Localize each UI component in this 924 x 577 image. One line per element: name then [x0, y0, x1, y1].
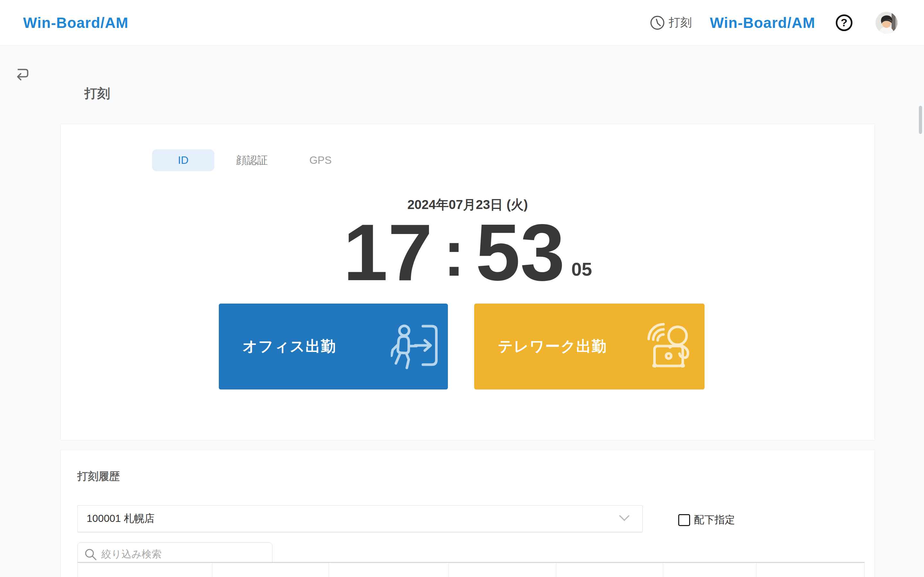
- subordinate-checkbox-row[interactable]: 配下指定: [678, 513, 735, 527]
- time-seconds: 05: [572, 260, 592, 293]
- help-button[interactable]: ?: [836, 15, 853, 31]
- page-title: 打刻: [84, 85, 110, 102]
- punch-method-tabs: ID 顔認証 GPS: [152, 149, 352, 171]
- time-hours: 17: [343, 213, 433, 293]
- header-right-nav: 打刻 Win-Board/AM ?: [650, 12, 897, 34]
- app-header: Win-Board/AM 打刻 Win-Board/AM ?: [0, 0, 924, 45]
- punch-clock-card: ID 顔認証 GPS 2024年07月23日 (火) 17 : 53 05 オフ…: [60, 124, 875, 440]
- tab-gps[interactable]: GPS: [289, 149, 352, 171]
- punch-history-card: 打刻履歴 100001 札幌店 配下指定: [60, 450, 875, 577]
- avatar-image: [876, 12, 897, 34]
- tab-id[interactable]: ID: [152, 149, 214, 171]
- filter-search-input[interactable]: [102, 548, 262, 560]
- current-time: 17 : 53 05: [61, 213, 875, 293]
- walk-into-door-icon: [391, 322, 439, 371]
- store-select-value: 100001 札幌店: [87, 512, 155, 526]
- subordinate-checkbox[interactable]: [678, 514, 690, 526]
- history-table: [78, 562, 865, 577]
- office-checkin-label: オフィス出勤: [242, 337, 336, 356]
- header-punch-nav-label[interactable]: 打刻: [669, 15, 692, 31]
- table-header-cell: [663, 563, 757, 577]
- user-avatar[interactable]: [876, 12, 897, 34]
- return-arrow-icon: [14, 65, 31, 82]
- table-header-cell: [78, 563, 212, 577]
- table-header-cell: [756, 563, 864, 577]
- history-title: 打刻履歴: [78, 469, 120, 484]
- telework-checkin-button[interactable]: テレワーク出勤: [474, 303, 704, 390]
- back-button[interactable]: [14, 65, 31, 82]
- office-checkin-button[interactable]: オフィス出勤: [219, 303, 448, 390]
- table-header-cell: [212, 563, 329, 577]
- current-date: 2024年07月23日 (火): [61, 196, 875, 213]
- laptop-wifi-person-icon: [648, 322, 696, 372]
- magnifier-icon: [84, 548, 97, 561]
- punch-buttons-row: オフィス出勤 テレワーク出勤: [219, 303, 704, 390]
- time-minutes: 53: [476, 213, 565, 293]
- header-brand-link[interactable]: Win-Board/AM: [710, 14, 815, 31]
- subordinate-checkbox-label: 配下指定: [694, 513, 735, 527]
- table-header-cell: [556, 563, 663, 577]
- vertical-scrollbar-thumb[interactable]: [919, 106, 922, 134]
- tab-face-auth[interactable]: 顔認証: [221, 149, 283, 171]
- question-mark-icon: ?: [841, 16, 848, 29]
- chevron-down-icon: [619, 514, 630, 523]
- table-header-cell: [449, 563, 556, 577]
- telework-checkin-label: テレワーク出勤: [498, 337, 607, 356]
- time-colon: :: [443, 221, 465, 293]
- app-logo[interactable]: Win-Board/AM: [23, 14, 128, 31]
- clock-icon: [650, 15, 665, 31]
- table-header-cell: [329, 563, 449, 577]
- store-select[interactable]: 100001 札幌店: [78, 505, 643, 532]
